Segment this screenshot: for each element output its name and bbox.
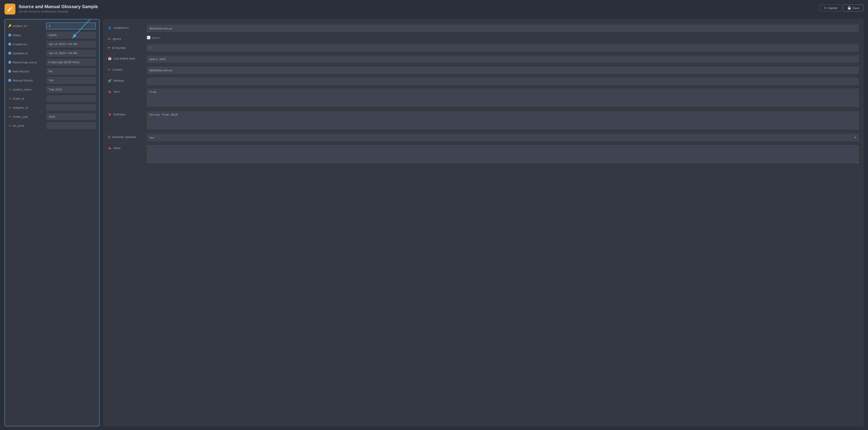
assigned-to-value-wrap [147, 25, 859, 32]
assigned-to-input[interactable] [147, 25, 859, 32]
other-textarea[interactable] [147, 145, 859, 163]
ignore-text: Ignore [113, 37, 121, 40]
manual-record-label: Manual Record [13, 79, 33, 82]
bookmark-icon-other: 🔖 [108, 147, 112, 150]
category-id-input[interactable] [46, 104, 96, 111]
field-row-status: i Status Active [7, 31, 97, 40]
field-row-product-id: 🔑 product_id * [7, 21, 97, 31]
required-star: * [28, 24, 29, 28]
field-row-manual-record: i Manual Record Yes [7, 76, 97, 85]
right-label-contact: ✉ Contact [108, 66, 144, 71]
new-record-value: No [46, 68, 96, 75]
brand-id-label: brand_id [13, 97, 24, 100]
website-text: Website [113, 79, 124, 82]
header-left: Source and Manual Glossary Sample Edit t… [4, 4, 98, 14]
field-label-model-year: ≡ model_year [8, 115, 44, 118]
list-price-label: list_price [13, 124, 24, 127]
field-row-created-on: i Created on Apr 14, 2022 7:44 AM [7, 40, 97, 49]
last-edited-input[interactable] [147, 56, 859, 63]
field-label-status: i Status [8, 33, 44, 37]
right-row-assigned-to: 👤 Assigned to [108, 23, 859, 34]
save-button[interactable]: 💾 Save [843, 4, 864, 11]
recently-updated-select[interactable]: Yes No [147, 134, 859, 141]
app-container: Source and Manual Glossary Sample Edit t… [0, 0, 868, 430]
other-text: Other [113, 147, 121, 150]
definition-textarea[interactable]: Series from 2016 [147, 111, 859, 129]
info-icon-created: i [8, 42, 11, 46]
stack-icon-brand-id: ≡ [8, 97, 11, 100]
right-row-contact: ✉ Contact [108, 65, 859, 76]
term-text: Term [113, 90, 120, 93]
stack-icon-product-name: ≡ [8, 88, 11, 91]
person-icon: 👤 [108, 26, 112, 29]
field-label-list-price: ≡ list_price [8, 124, 44, 127]
ignore-checkbox[interactable] [147, 36, 150, 39]
left-panel: 🔑 product_id * i Status Active i Created… [4, 19, 99, 426]
field-row-updated-on: i Updated on Apr 14, 2022 7:44 AM [7, 49, 97, 58]
brand-id-input[interactable] [46, 95, 96, 102]
product-id-label: product_id [13, 24, 27, 28]
field-label-category-id: ≡ category_id [8, 106, 44, 109]
list-icon: ☰ [108, 135, 111, 139]
info-icon-manual-record: i [8, 79, 11, 82]
header-actions: ✕ Cancel 💾 Save [820, 4, 864, 11]
product-id-input[interactable] [46, 22, 96, 29]
field-row-brand-id: ≡ brand_id [7, 94, 97, 103]
new-record-label: New Record [13, 70, 29, 73]
right-row-recently-updated: ☰ Recently Updated Yes No [108, 132, 859, 143]
status-value: Active [46, 32, 96, 38]
field-label-brand-id: ≡ brand_id [8, 97, 44, 100]
save-icon: 💾 [847, 6, 851, 10]
right-row-other: 🔖 Other [108, 143, 859, 166]
list-price-input[interactable] [46, 122, 96, 129]
right-row-website: 🔗 Website [108, 76, 859, 87]
edit-icon [7, 6, 13, 12]
right-row-last-edited: 📅 Last Edited Date [108, 54, 859, 65]
record-age-label: Record Age (mins) [13, 61, 37, 64]
website-input[interactable] [147, 78, 859, 85]
field-row-list-price: ≡ list_price [7, 121, 97, 130]
field-label-manual-record: i Manual Record [8, 79, 44, 82]
right-label-ignore: 🏷 Ignore [108, 36, 144, 40]
ignore-row: Ignore [147, 36, 859, 39]
id-number-text: ID Number [112, 46, 126, 50]
updated-on-label: Updated on [13, 52, 28, 55]
contact-input[interactable] [147, 66, 859, 74]
stack-icon-list-price: ≡ [8, 124, 11, 127]
field-label-record-age: i Record Age (mins) [8, 61, 44, 64]
edit-icon-wrapper [4, 4, 16, 14]
info-icon-record-age: i [8, 61, 11, 64]
envelope-icon: ✉ [108, 68, 111, 71]
id-number-input[interactable] [147, 44, 859, 52]
contact-value-wrap [147, 66, 859, 74]
right-row-term: 🔖 Term Trek [108, 87, 859, 110]
field-row-category-id: ≡ category_id [7, 103, 97, 112]
cancel-icon: ✕ [824, 6, 827, 10]
field-label-product-name: ≡ product_name [8, 88, 44, 91]
field-row-record-age: i Record Age (mins) 6 days ago (8235 min… [7, 58, 97, 67]
id-number-value-wrap [147, 44, 859, 52]
cancel-button[interactable]: ✕ Cancel [820, 4, 841, 11]
ignore-checkbox-label: Ignore [152, 36, 161, 39]
definition-value-wrap: Series from 2016 [147, 111, 859, 130]
product-name-label: product_name [13, 88, 31, 91]
field-label-new-record: i New Record [8, 70, 44, 73]
record-age-value: 6 days ago (8235 mins) [46, 59, 96, 66]
header-title-group: Source and Manual Glossary Sample Edit t… [19, 4, 98, 13]
right-label-other: 🔖 Other [108, 145, 144, 150]
contact-text: Contact [112, 68, 122, 71]
other-value-wrap [147, 145, 859, 164]
stack-icon-category-id: ≡ [8, 106, 11, 109]
right-label-id-number: + ID Number [108, 44, 144, 50]
category-id-label: category_id [13, 106, 28, 109]
term-textarea[interactable]: Trek [147, 89, 859, 107]
header: Source and Manual Glossary Sample Edit t… [4, 4, 864, 14]
globe-icon: 🔗 [108, 79, 112, 82]
right-row-definition: 🔖 Definition Series from 2016 [108, 110, 859, 132]
field-label-updated-on: i Updated on [8, 52, 44, 55]
tag-icon: 🏷 [108, 37, 111, 40]
model-year-input[interactable] [46, 113, 96, 120]
product-name-input[interactable] [46, 86, 96, 93]
field-label-product-id: 🔑 product_id * [8, 24, 44, 28]
calendar-icon: 📅 [108, 57, 112, 60]
